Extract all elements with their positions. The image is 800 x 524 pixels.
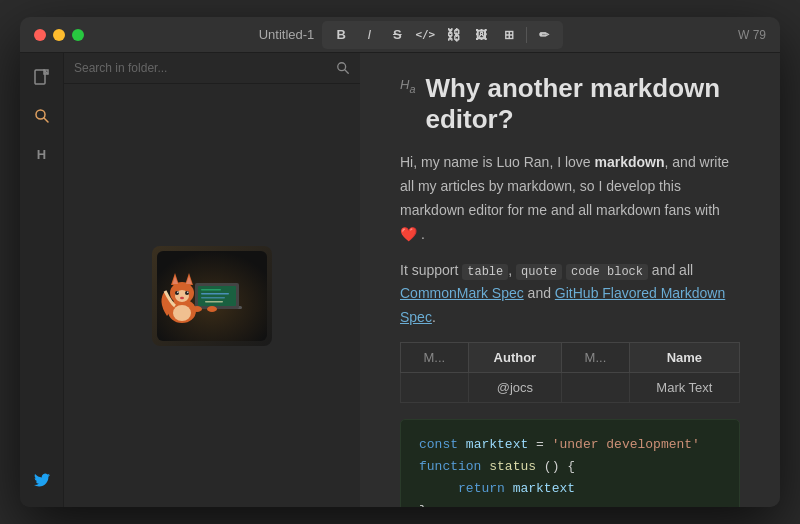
- svg-rect-12: [201, 297, 225, 299]
- sidebar-image-area: [64, 84, 360, 507]
- code-keyword-3: return: [458, 481, 505, 496]
- code-brace-close: }: [419, 503, 427, 507]
- sidebar-file-icon[interactable]: [27, 63, 57, 93]
- code-block: const marktext = 'under development' fun…: [400, 419, 740, 507]
- table-header-extra-a: M...: [401, 342, 469, 372]
- sidebar-icons: H: [20, 53, 64, 507]
- intro-text-2b: ,: [508, 262, 516, 278]
- code-paren-1: () {: [544, 459, 575, 474]
- link-button[interactable]: ⛓: [440, 24, 466, 46]
- strikethrough-button[interactable]: S: [384, 24, 410, 46]
- sidebar-panel: [64, 53, 360, 507]
- svg-point-28: [207, 306, 217, 312]
- minimize-button[interactable]: [53, 29, 65, 41]
- svg-rect-13: [205, 301, 223, 303]
- intro-text-2d: and all: [648, 262, 693, 278]
- code-line-2: function status () {: [419, 456, 721, 478]
- code-button[interactable]: </>: [412, 24, 438, 46]
- toolbar-separator: [526, 27, 527, 43]
- sidebar-heading-icon[interactable]: H: [27, 139, 57, 169]
- table-cell-extra-b1: [562, 372, 630, 402]
- inline-code-quote: quote: [516, 264, 562, 280]
- code-variable-2: marktext: [513, 481, 575, 496]
- code-line-3: return marktext: [419, 478, 721, 500]
- intro-paragraph-1: Hi, my name is Luo Ran, I love markdown,…: [400, 151, 740, 246]
- search-submit-icon[interactable]: [336, 61, 350, 75]
- svg-point-24: [177, 291, 178, 292]
- app-window: Untitled-1 B I S </> ⛓ 🖼 ⊞ ✏ W 79: [20, 17, 780, 507]
- search-bar: [64, 53, 360, 84]
- table-row: @jocs Mark Text: [401, 372, 740, 402]
- heading-level-label: Ha: [400, 77, 415, 95]
- table-header-name: Name: [629, 342, 739, 372]
- svg-point-23: [185, 291, 189, 295]
- table-header-author: Author: [468, 342, 562, 372]
- svg-point-26: [180, 296, 184, 298]
- code-line-4: }: [419, 500, 721, 507]
- intro-text-2e: and: [524, 285, 555, 301]
- word-count: W 79: [738, 28, 766, 42]
- intro-text-1c: .: [417, 226, 425, 242]
- fox-illustration: [157, 251, 267, 341]
- table-header-extra-b: M...: [562, 342, 630, 372]
- code-variable-1: marktext: [466, 437, 528, 452]
- svg-point-25: [187, 291, 188, 292]
- title-bar-center: Untitled-1 B I S </> ⛓ 🖼 ⊞ ✏: [259, 21, 564, 49]
- table-cell-name: Mark Text: [629, 372, 739, 402]
- formatting-toolbar: B I S </> ⛓ 🖼 ⊞ ✏: [322, 21, 563, 49]
- svg-rect-10: [201, 289, 221, 291]
- intro-text-1a: Hi, my name is Luo Ran, I love: [400, 154, 595, 170]
- sidebar-search-icon[interactable]: [27, 101, 57, 131]
- svg-point-15: [173, 305, 191, 321]
- clear-format-button[interactable]: ✏: [531, 24, 557, 46]
- main-heading: Why another markdown editor?: [425, 73, 740, 135]
- table-cell-extra-a1: [401, 372, 469, 402]
- markdown-table: M... Author M... Name @jocs Mark Text: [400, 342, 740, 403]
- commonmark-link[interactable]: CommonMark Spec: [400, 285, 524, 301]
- intro-paragraph-2: It support table, quote code block and a…: [400, 259, 740, 330]
- window-title: Untitled-1: [259, 27, 315, 42]
- main-area: H: [20, 53, 780, 507]
- inline-code-block: code block: [566, 264, 648, 280]
- heading-row: Ha Why another markdown editor?: [400, 73, 740, 135]
- title-bar: Untitled-1 B I S </> ⛓ 🖼 ⊞ ✏ W 79: [20, 17, 780, 53]
- italic-button[interactable]: I: [356, 24, 382, 46]
- table-button[interactable]: ⊞: [496, 24, 522, 46]
- svg-line-5: [345, 70, 349, 74]
- code-keyword-1: const: [419, 437, 458, 452]
- code-indent-1: [419, 481, 450, 496]
- code-keyword-2: function: [419, 459, 481, 474]
- intro-text-2a: It support: [400, 262, 462, 278]
- code-line-1: const marktext = 'under development': [419, 434, 721, 456]
- code-operator-1: =: [536, 437, 552, 452]
- svg-point-27: [192, 306, 202, 312]
- close-button[interactable]: [34, 29, 46, 41]
- svg-rect-11: [201, 293, 229, 295]
- inline-code-table: table: [462, 264, 508, 280]
- bold-button[interactable]: B: [328, 24, 354, 46]
- maximize-button[interactable]: [72, 29, 84, 41]
- twitter-icon[interactable]: [27, 465, 57, 495]
- svg-line-3: [44, 118, 48, 122]
- sidebar-illustration: [152, 246, 272, 346]
- intro-bold: markdown: [595, 154, 665, 170]
- h-label: H: [37, 147, 46, 162]
- code-function-1: status: [489, 459, 536, 474]
- editor-area[interactable]: Ha Why another markdown editor? Hi, my n…: [360, 53, 780, 507]
- window-controls: [34, 29, 84, 41]
- table-cell-author: @jocs: [468, 372, 562, 402]
- svg-point-22: [175, 291, 179, 295]
- heart-emoji: ❤️: [400, 226, 417, 242]
- image-button[interactable]: 🖼: [468, 24, 494, 46]
- code-string-1: 'under development': [552, 437, 700, 452]
- intro-text-2f: .: [432, 309, 436, 325]
- search-input[interactable]: [74, 61, 330, 75]
- sidebar: H: [20, 53, 360, 507]
